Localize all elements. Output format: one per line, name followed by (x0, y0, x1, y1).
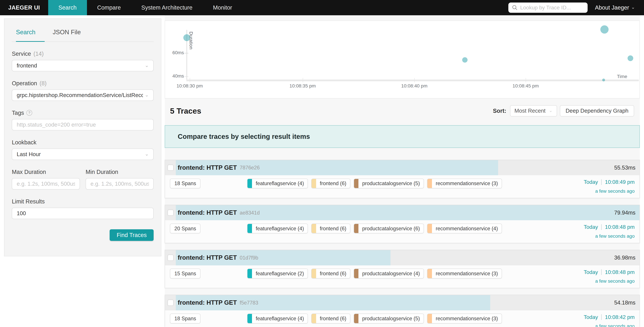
trace-id: ae8341d (240, 210, 260, 216)
trace-time-link[interactable]: 10:08:48 pm (605, 224, 634, 230)
trace-day-link[interactable]: Today (584, 314, 598, 320)
tags-field[interactable] (12, 119, 154, 130)
operation-select[interactable]: grpc.hipstershop.RecommendationService/L… (12, 90, 154, 101)
trace-time-link[interactable]: 10:08:42 pm (605, 314, 634, 320)
service-tags: featureflagservice (4)frontend (6)produc… (247, 224, 502, 234)
scatter-point[interactable] (600, 25, 608, 34)
chart-x-axis-label: Time (617, 74, 627, 79)
trace-result-list: frontend: HTTP GET 7876e26 55.53ms 18 Sp… (165, 160, 640, 327)
service-color-stripe (248, 314, 252, 323)
service-tag-label: frontend (6) (316, 224, 350, 233)
scatter-point[interactable] (628, 56, 633, 61)
service-tag-label: recommendationservice (4) (432, 224, 502, 233)
trace-day-link[interactable]: Today (584, 224, 598, 230)
nav-item-monitor[interactable]: Monitor (203, 0, 242, 15)
help-icon[interactable]: ? (26, 110, 32, 116)
trace-header[interactable]: frontend: HTTP GET f5e7783 54.18ms (165, 295, 640, 310)
trace-body: 15 Spans featureflagservice (2)frontend … (165, 266, 640, 288)
chevron-down-icon: ⌄ (145, 63, 149, 68)
operation-label: Operation(8) (12, 80, 154, 86)
trace-result-card[interactable]: frontend: HTTP GET 7876e26 55.53ms 18 Sp… (165, 160, 640, 198)
x-tick-mark (303, 78, 303, 82)
y-tick-mark (184, 76, 188, 77)
trace-result-card[interactable]: frontend: HTTP GET f5e7783 54.18ms 18 Sp… (165, 295, 640, 327)
trace-body: 18 Spans featureflagservice (4)frontend … (165, 175, 640, 198)
min-duration-label: Min Duration (86, 169, 154, 175)
max-duration-field[interactable] (12, 178, 80, 190)
find-traces-button[interactable]: Find Traces (110, 229, 154, 241)
y-tick-label: 40ms (165, 73, 184, 79)
tab-json-file[interactable]: JSON File (53, 29, 81, 42)
search-sidebar: Search JSON File Service(14) frontend ⌄ … (4, 18, 161, 256)
about-jaeger-menu[interactable]: About Jaeger ⌄ (595, 4, 635, 11)
service-tag-label: productcatalogservice (4) (358, 269, 424, 278)
trace-select-checkbox[interactable] (168, 165, 174, 171)
trace-time-link[interactable]: 10:08:48 pm (605, 269, 634, 275)
trace-select-checkbox[interactable] (168, 300, 174, 306)
nav-item-search[interactable]: Search (48, 0, 87, 15)
service-tag: productcatalogservice (5) (354, 314, 424, 324)
compare-traces-banner-text: Compare traces by selecting result items (178, 132, 310, 140)
trace-duration: 54.18ms (614, 300, 636, 306)
scatter-point[interactable] (462, 57, 468, 62)
trace-day-link[interactable]: Today (584, 179, 598, 185)
trace-body: 20 Spans featureflagservice (4)frontend … (165, 220, 640, 243)
min-duration-input[interactable] (90, 180, 149, 187)
service-color-stripe (428, 314, 432, 323)
trace-relative-time: a few seconds ago (584, 278, 634, 284)
service-select[interactable]: frontend ⌄ (12, 60, 154, 71)
service-tag: featureflagservice (4) (247, 224, 308, 234)
trace-time-link[interactable]: 10:08:49 pm (605, 179, 634, 185)
deep-dependency-graph-button[interactable]: Deep Dependency Graph (560, 105, 634, 116)
tab-divider (12, 42, 154, 42)
trace-result-card[interactable]: frontend: HTTP GET 01d7f9b 36.98ms 15 Sp… (165, 250, 640, 288)
trace-result-card[interactable]: frontend: HTTP GET ae8341d 79.94ms 20 Sp… (165, 205, 640, 243)
trace-select-checkbox[interactable] (168, 210, 174, 216)
service-tag: featureflagservice (2) (247, 268, 308, 278)
limit-results-input[interactable] (16, 210, 149, 216)
trace-duration: 55.53ms (614, 164, 636, 171)
chevron-down-icon: ⌄ (145, 152, 149, 156)
max-duration-input[interactable] (16, 180, 75, 187)
trace-header[interactable]: frontend: HTTP GET 7876e26 55.53ms (165, 160, 640, 176)
sort-label: Sort: (493, 108, 506, 114)
trace-header[interactable]: frontend: HTTP GET 01d7f9b 36.98ms (165, 250, 640, 266)
limit-results-field[interactable] (12, 208, 154, 219)
nav-item-compare[interactable]: Compare (87, 0, 131, 15)
chevron-down-icon: ⌄ (549, 108, 553, 113)
service-tag: frontend (6) (311, 268, 350, 278)
trace-title: frontend: HTTP GET (178, 299, 237, 306)
service-tag: productcatalogservice (5) (354, 178, 424, 188)
service-tags: featureflagservice (2)frontend (6)produc… (247, 268, 502, 278)
meta-divider (601, 179, 602, 185)
tags-input[interactable] (16, 122, 149, 128)
lookback-select[interactable]: Last Hour ⌄ (12, 148, 154, 160)
trace-header[interactable]: frontend: HTTP GET ae8341d 79.94ms (165, 205, 640, 220)
trace-id: f5e7783 (240, 300, 258, 306)
tab-search[interactable]: Search (16, 29, 36, 42)
trace-meta: Today 10:08:42 pm a few seconds ago (584, 314, 634, 327)
chevron-down-icon: ⌄ (631, 5, 635, 10)
trace-duration: 79.94ms (614, 210, 636, 216)
trace-id-search-input[interactable] (520, 4, 584, 11)
chart-y-axis-label: Duration (188, 32, 194, 49)
trace-day-link[interactable]: Today (584, 269, 598, 275)
min-duration-field[interactable] (86, 178, 154, 190)
service-color-stripe (354, 224, 358, 233)
nav-item-system-architecture[interactable]: System Architecture (131, 0, 203, 15)
service-tag-label: featureflagservice (4) (252, 314, 308, 323)
compare-traces-banner: Compare traces by selecting result items (165, 125, 640, 148)
trace-relative-time: a few seconds ago (584, 324, 634, 327)
sort-select[interactable]: Most Recent ⌄ (510, 105, 557, 116)
service-color-stripe (428, 224, 432, 233)
trace-title: frontend: HTTP GET (178, 209, 237, 216)
service-color-stripe (312, 314, 316, 323)
service-tag: frontend (6) (311, 314, 350, 324)
service-tag: recommendationservice (3) (427, 268, 502, 278)
trace-id-search-box[interactable] (508, 2, 588, 13)
limit-results-label: Limit Results (12, 198, 154, 205)
trace-select-checkbox[interactable] (168, 255, 174, 261)
service-color-stripe (354, 179, 358, 188)
trace-relative-time: a few seconds ago (584, 188, 634, 194)
span-count-tag: 18 Spans (170, 314, 200, 324)
